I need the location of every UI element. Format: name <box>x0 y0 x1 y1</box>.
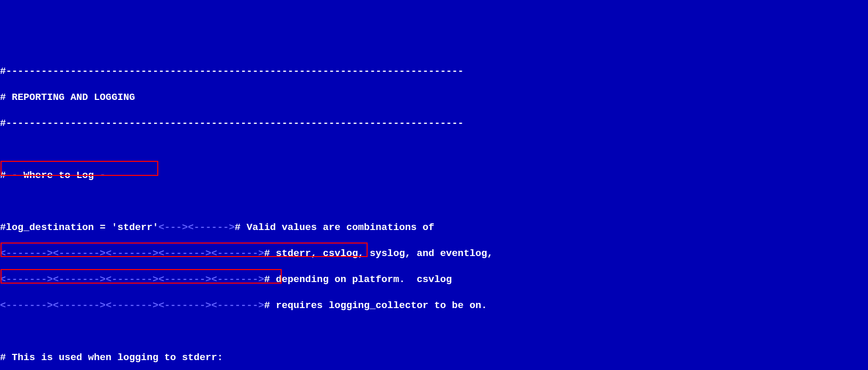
terminal-editor[interactable]: #---------------------------------------… <box>0 52 868 370</box>
config-line: # This is used when logging to stderr: <box>0 351 868 364</box>
blank-line <box>0 325 868 338</box>
config-line: <-------><-------><-------><-------><---… <box>0 247 868 260</box>
config-line: <-------><-------><-------><-------><---… <box>0 273 868 286</box>
config-line: #---------------------------------------… <box>0 117 868 130</box>
blank-line <box>0 143 868 156</box>
config-line: #---------------------------------------… <box>0 65 868 78</box>
blank-line <box>0 195 868 208</box>
config-line: # REPORTING AND LOGGING <box>0 91 868 104</box>
config-line: # - Where to Log - <box>0 169 868 182</box>
config-line: #log_destination = 'stderr'<---><------>… <box>0 221 868 234</box>
config-line: <-------><-------><-------><-------><---… <box>0 299 868 312</box>
